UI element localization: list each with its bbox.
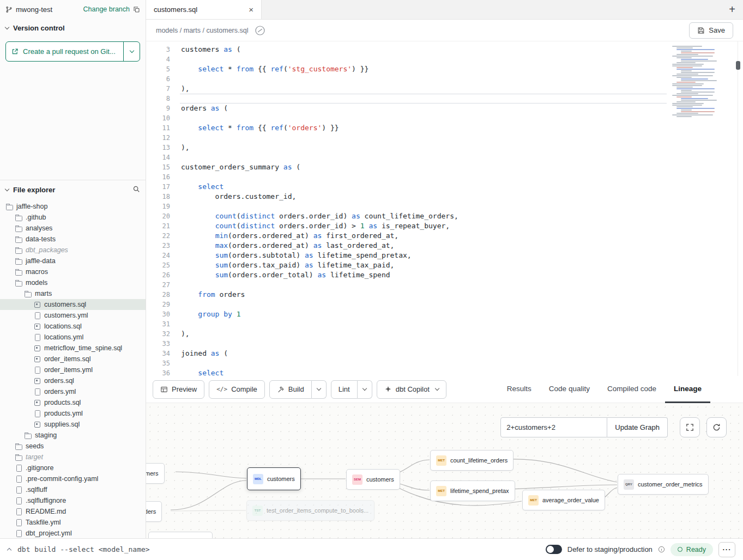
file-tree-item-README.md[interactable]: README.md — [0, 506, 146, 517]
file-tree-item-staging[interactable]: staging — [0, 430, 146, 441]
file-tree-item-orders.sql[interactable]: orders.sql — [0, 375, 146, 386]
partial-lineage-node[interactable] — [148, 532, 213, 538]
file-tree-item-.github[interactable]: .github — [0, 212, 146, 223]
lint-button[interactable]: Lint — [331, 380, 358, 399]
code-line[interactable]: count(distinct orders.order_id) as count… — [180, 211, 743, 221]
copy-icon[interactable] — [133, 6, 140, 13]
code-line[interactable] — [180, 319, 743, 329]
code-line[interactable]: customers as ( — [180, 45, 743, 54]
code-line[interactable]: select * from {{ ref('orders') }} — [180, 123, 743, 133]
code-line[interactable] — [180, 153, 743, 162]
code-line[interactable] — [180, 133, 743, 143]
code-line[interactable] — [180, 74, 743, 84]
code-line[interactable]: sum(orders.tax_paid) as lifetime_tax_pai… — [180, 260, 743, 270]
lint-dropdown-button[interactable] — [358, 380, 372, 399]
code-line[interactable]: select — [180, 368, 743, 376]
editor-code[interactable]: customers as ( select * from {{ ref('stg… — [180, 41, 743, 376]
code-line[interactable] — [180, 113, 743, 123]
code-line[interactable] — [180, 339, 743, 349]
lineage-node-customer_order_metrics[interactable]: QRYcustomer_order_metrics — [618, 474, 709, 495]
code-line[interactable]: sum(orders.order_total) as lifetime_spen… — [180, 270, 743, 280]
lineage-node-stg_customers[interactable]: MDLstg_customers — [146, 463, 165, 484]
file-tree-item-macros[interactable]: macros — [0, 266, 146, 277]
file-tree-item-locations.sql[interactable]: locations.sql — [0, 321, 146, 332]
code-line[interactable]: sum(orders.subtotal) as lifetime_spend_p… — [180, 251, 743, 260]
tab-customers-sql[interactable]: customers.sql × — [146, 0, 262, 19]
lineage-node-orders[interactable]: MDLorders — [146, 501, 162, 522]
file-tree-item-data-tests[interactable]: data-tests — [0, 234, 146, 245]
file-tree-item-Taskfile.yml[interactable]: Taskfile.yml — [0, 517, 146, 528]
file-tree-item-.gitignore[interactable]: .gitignore — [0, 462, 146, 473]
status-badge[interactable]: Ready — [670, 543, 713, 556]
code-line[interactable] — [180, 54, 743, 64]
compile-button[interactable]: </> Compile — [209, 380, 265, 399]
lineage-selector-input[interactable] — [500, 417, 607, 437]
file-tree-item-seeds[interactable]: seeds — [0, 441, 146, 452]
lineage-node-lifetime_spend_pretax[interactable]: METlifetime_spend_pretax — [430, 480, 515, 501]
code-editor[interactable]: 3456789101112131415161718192021222324252… — [146, 41, 743, 376]
code-line[interactable]: ), — [180, 84, 743, 94]
collapse-panel-button[interactable] — [7, 548, 11, 552]
code-line[interactable] — [180, 202, 743, 211]
file-tree-item-target[interactable]: target — [0, 452, 146, 462]
panel-tab-lineage[interactable]: Lineage — [665, 376, 710, 403]
create-pr-button[interactable]: Create a pull request on Git... — [6, 42, 123, 61]
code-line[interactable]: min(orders.ordered_at) as first_ordered_… — [180, 231, 743, 241]
build-dropdown-button[interactable] — [312, 380, 327, 399]
lineage-node-count_lifetime_orders[interactable]: METcount_lifetime_orders — [430, 450, 514, 471]
new-tab-button[interactable]: + — [721, 0, 743, 19]
file-tree-item-metricflow_time_spine.sql[interactable]: metricflow_time_spine.sql — [0, 343, 146, 354]
code-line[interactable]: count(distinct orders.order_id) > 1 as i… — [180, 221, 743, 231]
lineage-node-test_order_items_compute_to_bools[interactable]: TSTtest_order_items_compute_to_bools... — [246, 500, 374, 521]
file-tree-item-order_items.sql[interactable]: order_items.sql — [0, 354, 146, 364]
code-line[interactable] — [180, 94, 667, 104]
code-line[interactable]: orders as ( — [180, 104, 743, 113]
code-line[interactable]: customer_orders_summary as ( — [180, 162, 743, 172]
version-control-header[interactable]: Version control — [0, 19, 146, 37]
close-icon[interactable]: × — [249, 5, 253, 14]
overflow-menu-button[interactable]: ··· — [718, 542, 735, 557]
code-line[interactable] — [180, 172, 743, 182]
file-tree-item-products.sql[interactable]: products.sql — [0, 397, 146, 408]
change-branch-link[interactable]: Change branch — [83, 5, 130, 13]
file-tree-item-orders.yml[interactable]: orders.yml — [0, 386, 146, 397]
file-tree-item-jaffle-data[interactable]: jaffle-data — [0, 255, 146, 266]
code-line[interactable]: group by 1 — [180, 309, 743, 319]
file-tree-item-.sqlfluff[interactable]: .sqlfluff — [0, 484, 146, 495]
file-tree-item-products.yml[interactable]: products.yml — [0, 408, 146, 419]
code-line[interactable] — [180, 280, 743, 290]
file-tree-item-supplies.sql[interactable]: supplies.sql — [0, 419, 146, 430]
code-line[interactable]: orders.customer_id, — [180, 192, 743, 202]
editor-scrollbar-thumb[interactable] — [736, 61, 740, 70]
file-tree-item-jaffle-shop[interactable]: jaffle-shop — [0, 201, 146, 212]
lineage-node-average_order_value[interactable]: METaverage_order_value — [522, 490, 605, 510]
code-line[interactable]: select — [180, 182, 743, 192]
file-tree-item-order_items.yml[interactable]: order_items.yml — [0, 364, 146, 375]
file-explorer-header[interactable]: File explorer — [0, 180, 146, 199]
info-icon[interactable] — [658, 546, 665, 553]
file-tree-item-models[interactable]: models — [0, 277, 146, 288]
file-tree-item-.sqlfluffignore[interactable]: .sqlfluffignore — [0, 495, 146, 506]
code-line[interactable] — [180, 358, 743, 368]
file-tree-item-.pre-commit-config.yaml[interactable]: .pre-commit-config.yaml — [0, 473, 146, 484]
file-tree-item-customers.yml[interactable]: customers.yml — [0, 310, 146, 321]
save-button[interactable]: Save — [689, 22, 733, 39]
file-tree-item-dbt_packages[interactable]: dbt_packages — [0, 245, 146, 255]
panel-tab-results[interactable]: Results — [498, 376, 540, 403]
code-line[interactable]: ), — [180, 143, 743, 153]
file-tree-item-dbt_project.yml[interactable]: dbt_project.yml — [0, 528, 146, 538]
file-search-button[interactable] — [132, 185, 140, 194]
code-line[interactable]: ), — [180, 329, 743, 339]
lineage-node-customers[interactable]: MDLcustomers — [247, 467, 301, 490]
panel-tab-compiled-code[interactable]: Compiled code — [599, 376, 665, 403]
refresh-button[interactable] — [706, 417, 727, 437]
dbt-copilot-button[interactable]: dbt Copilot — [377, 380, 446, 399]
file-tree-item-marts[interactable]: marts — [0, 288, 146, 299]
minimap[interactable] — [672, 46, 716, 118]
code-line[interactable]: joined as ( — [180, 349, 743, 358]
preview-button[interactable]: Preview — [153, 380, 204, 399]
fullscreen-button[interactable] — [680, 417, 700, 437]
update-graph-button[interactable]: Update Graph — [607, 417, 668, 437]
create-pr-dropdown-button[interactable] — [123, 42, 140, 61]
code-line[interactable]: max(orders.ordered_at) as last_ordered_a… — [180, 241, 743, 251]
